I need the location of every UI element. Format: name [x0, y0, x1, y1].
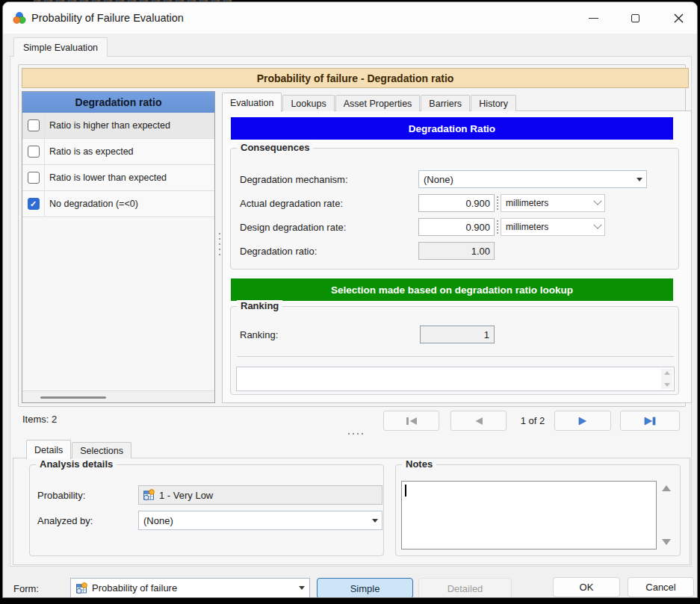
selection-banner: Selection made based on degradation rati… — [231, 278, 673, 301]
list-item[interactable]: Ratio is as expected — [22, 139, 214, 165]
tab-simple-evaluation-label: Simple Evaluation — [23, 43, 98, 53]
actual-rate-input[interactable]: 0.900 — [418, 194, 495, 212]
ranking-comment-textbox[interactable] — [236, 367, 675, 391]
ok-button[interactable]: OK — [553, 577, 620, 597]
actual-rate-value: 0.900 — [465, 198, 490, 209]
design-rate-input[interactable]: 0.900 — [418, 218, 495, 236]
analysis-details-title: Analysis details — [36, 458, 117, 470]
detailed-button-label: Detailed — [447, 583, 483, 594]
tab-asset-properties[interactable]: Asset Properties — [335, 95, 421, 111]
analyzed-by-value: (None) — [139, 515, 173, 526]
list-item[interactable]: Ratio is lower than expected — [22, 165, 214, 191]
list-item[interactable]: Ratio is higher than expected — [22, 113, 214, 139]
minimize-button[interactable] — [578, 7, 608, 29]
checkbox-unchecked[interactable] — [28, 146, 40, 158]
consequences-group-title: Consequences — [237, 142, 313, 153]
spin-down-icon[interactable] — [664, 383, 670, 387]
probability-field: 1 - Very Low — [138, 485, 382, 505]
checkbox-unchecked[interactable] — [28, 119, 40, 131]
horizontal-scrollbar[interactable] — [22, 390, 214, 402]
list-header: Degradation ratio — [22, 92, 214, 113]
tab-evaluation-label: Evaluation — [230, 98, 273, 108]
splitter-grip-horizontal[interactable] — [348, 432, 365, 435]
nav-previous-icon — [474, 417, 484, 426]
list-item-label: No degradation (=<0) — [45, 199, 138, 209]
checkbox-unchecked[interactable] — [28, 172, 40, 184]
probability-label: Probability: — [37, 490, 85, 501]
list-item-label: Ratio is lower than expected — [45, 172, 167, 183]
list-item-label: Ratio is higher than expected — [45, 120, 170, 131]
nav-first-button[interactable] — [383, 411, 439, 431]
tab-evaluation[interactable]: Evaluation — [222, 93, 282, 112]
ranking-group-title: Ranking — [237, 300, 282, 311]
nav-last-button[interactable] — [620, 411, 680, 431]
scrollbar-thumb[interactable] — [40, 396, 106, 399]
splitter-grip-vertical[interactable] — [218, 233, 221, 258]
tab-selections-label: Selections — [80, 446, 123, 456]
form-grid-icon — [75, 582, 87, 594]
analyzed-by-combobox[interactable]: (None) — [138, 511, 382, 530]
nav-next-icon — [577, 417, 588, 426]
degradation-ratio-label: Degradation ratio: — [240, 246, 317, 257]
maximize-button[interactable] — [620, 7, 650, 29]
notes-scrollbar[interactable] — [659, 481, 674, 549]
analyzed-by-label: Analyzed by: — [37, 515, 93, 526]
close-button[interactable] — [663, 7, 693, 29]
tab-simple-evaluation[interactable]: Simple Evaluation — [13, 37, 108, 57]
notes-group: Notes — [395, 464, 681, 556]
chevron-down-icon[interactable] — [591, 195, 604, 211]
tab-selections[interactable]: Selections — [72, 442, 131, 458]
tab-barriers[interactable]: Barriers — [421, 95, 470, 111]
nav-next-button[interactable] — [554, 411, 611, 431]
form-combobox-value: Probability of failure — [92, 582, 177, 594]
dialog-window: Probability of Failure Evaluation Simple… — [2, 1, 698, 598]
degradation-mechanism-combobox[interactable]: (None) — [418, 170, 647, 188]
minimize-icon — [589, 18, 598, 19]
spinner[interactable] — [661, 369, 672, 389]
tab-details[interactable]: Details — [26, 440, 71, 459]
nav-first-icon — [405, 417, 418, 426]
scroll-down-icon[interactable] — [662, 539, 671, 545]
degradation-ratio-value: 1.00 — [471, 246, 490, 257]
tab-history[interactable]: History — [471, 95, 516, 111]
nav-last-icon — [643, 417, 657, 426]
dropdown-arrow-icon[interactable] — [368, 511, 382, 529]
text-caret — [405, 485, 406, 496]
actual-rate-label: Actual degradation rate: — [240, 198, 343, 209]
cancel-button[interactable]: Cancel — [628, 577, 694, 597]
tab-lookups-label: Lookups — [291, 99, 326, 109]
design-rate-label: Design degradation rate: — [240, 222, 346, 233]
checkbox-cell — [22, 165, 45, 190]
divider — [237, 356, 674, 357]
inner-tab-strip: Evaluation Lookups Asset Properties Barr… — [222, 93, 517, 111]
tab-lookups[interactable]: Lookups — [282, 95, 334, 111]
list-item[interactable]: ✓ No degradation (=<0) — [22, 191, 214, 217]
checkbox-cell: ✓ — [22, 191, 45, 217]
dropdown-arrow-icon[interactable] — [294, 579, 309, 597]
form-grid-icon — [143, 489, 155, 501]
simple-button-label: Simple — [350, 583, 380, 594]
dropdown-arrow-icon[interactable] — [633, 171, 646, 187]
section-banner-label: Degradation Ratio — [409, 123, 495, 134]
title-bar[interactable]: Probability of Failure Evaluation — [3, 2, 697, 34]
spin-up-icon[interactable] — [664, 371, 670, 375]
form-header-banner-label: Probability of failure - Degradation rat… — [257, 72, 454, 84]
checkbox-checked[interactable]: ✓ — [28, 198, 40, 210]
analysis-details-group: Analysis details Probability: 1 - Very L… — [29, 464, 384, 556]
ok-button-label: OK — [580, 582, 594, 593]
ranking-value: 1 — [484, 329, 489, 340]
chevron-down-icon[interactable] — [591, 219, 604, 235]
design-rate-unit-combobox[interactable]: millimeters — [501, 218, 605, 236]
nav-previous-button[interactable] — [450, 411, 507, 431]
notes-textarea[interactable] — [401, 481, 657, 549]
simple-button[interactable]: Simple — [317, 578, 413, 598]
ranking-group: Ranking Ranking: 1 — [230, 306, 679, 395]
scroll-up-icon[interactable] — [662, 485, 671, 491]
degradation-mechanism-value: (None) — [419, 174, 453, 185]
form-header-banner: Probability of failure - Degradation rat… — [22, 68, 689, 88]
actual-rate-unit-combobox[interactable]: millimeters — [501, 194, 605, 212]
detailed-button: Detailed — [418, 578, 512, 598]
selection-banner-label: Selection made based on degradation rati… — [331, 284, 573, 296]
evaluation-tab-page: Degradation Ratio Consequences Degradati… — [222, 110, 692, 403]
form-combobox[interactable]: Probability of failure — [70, 578, 310, 598]
